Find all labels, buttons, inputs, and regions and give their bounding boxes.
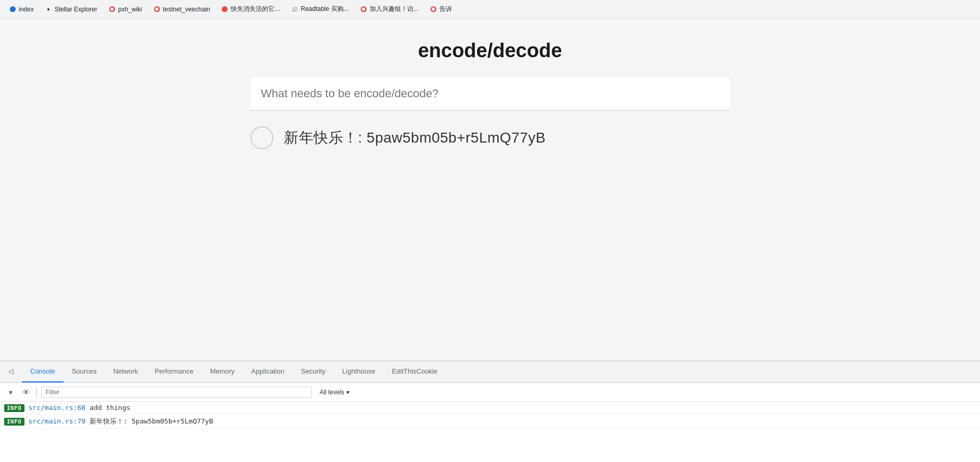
encode-input-container [250, 78, 730, 111]
bookmark-youku[interactable]: 🔴快失消失活的它... [216, 3, 284, 16]
console-line: INFO src/main.rs:79 新年快乐！: 5paw5bm05b+r5… [0, 415, 980, 429]
bookmark-testnet[interactable]: ⭕testnet_veechain [148, 3, 215, 16]
bookmarks-bar: 🔵index♦Stellar Explorer⭕pxh_wiki⭕testnet… [0, 0, 980, 19]
devtools-tab-application[interactable]: Application [243, 361, 293, 382]
info-badge: INFO [4, 418, 24, 426]
bookmark-index[interactable]: 🔵index [4, 3, 38, 16]
devtools-tab-editthiscookie[interactable]: EditThisCookie [384, 361, 446, 382]
bookmark-label: 快失消失活的它... [231, 5, 280, 14]
bookmark-more[interactable]: ⭕告诉 [425, 3, 456, 16]
console-message: add things [90, 404, 130, 412]
bookmark-icon: ⭕ [429, 5, 437, 14]
console-source-link[interactable]: src/main.rs:68 [29, 404, 86, 412]
devtools-tab-memory[interactable]: Memory [202, 361, 243, 382]
bookmark-label: Stellar Explorer [55, 6, 97, 13]
result-row: 新年快乐！: 5paw5bm05b+r5LmQ77yB [250, 121, 730, 155]
bookmark-icon: ⭕ [108, 5, 116, 14]
devtools-tab-performance[interactable]: Performance [146, 361, 202, 382]
bookmark-label: index [19, 6, 34, 13]
devtools-tab-network[interactable]: Network [105, 361, 146, 382]
devtools-tab-console[interactable]: Console [22, 361, 64, 382]
bookmark-icon: 🔴 [220, 5, 229, 14]
console-message: 新年快乐！: 5paw5bm05b+r5LmQ77yB [90, 417, 213, 426]
eye-icon-button[interactable]: 👁 [20, 386, 32, 399]
bookmark-join-group[interactable]: ⭕加入兴趣组！访... [355, 3, 423, 16]
devtools-tab-prev[interactable]: ◁ [0, 361, 22, 382]
devtools-tab-sources[interactable]: Sources [64, 361, 105, 382]
console-output: INFO src/main.rs:68 add things INFO src/… [0, 402, 980, 462]
bookmark-label: pxh_wiki [118, 6, 142, 13]
result-text: 新年快乐！: 5paw5bm05b+r5LmQ77yB [284, 128, 546, 148]
devtools-tabs: ◁ConsoleSourcesNetworkPerformanceMemoryA… [0, 361, 980, 383]
page-content: encode/decode 新年快乐！: 5paw5bm05b+r5LmQ77y… [0, 19, 980, 361]
bookmark-label: 加入兴趣组！访... [370, 5, 419, 14]
devtools-tab-security[interactable]: Security [293, 361, 334, 382]
bookmark-icon: 📰 [291, 5, 299, 14]
levels-chevron-icon: ▾ [346, 389, 349, 396]
info-badge: INFO [4, 404, 24, 412]
toolbar-divider: | [35, 387, 38, 397]
levels-toggle-button[interactable]: ▾ [4, 386, 17, 399]
devtools-panel: ◁ConsoleSourcesNetworkPerformanceMemoryA… [0, 361, 980, 462]
devtools-toolbar: ▾ 👁 | All levels ▾ [0, 383, 980, 402]
bookmark-icon: ♦ [44, 5, 53, 14]
bookmark-icon: ⭕ [153, 5, 161, 14]
devtools-tab-lighthouse[interactable]: Lighthouse [334, 361, 384, 382]
page-title: encode/decode [418, 40, 562, 62]
bookmark-pxh-wiki[interactable]: ⭕pxh_wiki [104, 3, 146, 16]
bookmark-icon: ⭕ [359, 5, 368, 14]
bookmark-readable[interactable]: 📰Readtable 买购... [286, 3, 353, 16]
bookmark-label: testnet_veechain [163, 6, 210, 13]
levels-label: All levels [320, 389, 344, 396]
result-circle [250, 126, 273, 149]
bookmark-stellar[interactable]: ♦Stellar Explorer [40, 3, 102, 16]
bookmark-icon: 🔵 [8, 5, 17, 14]
bookmark-label: 告诉 [439, 5, 452, 14]
console-line: INFO src/main.rs:68 add things [0, 402, 980, 415]
bookmark-label: Readtable 买购... [301, 5, 349, 14]
encode-input[interactable] [250, 78, 730, 111]
console-source-link[interactable]: src/main.rs:79 [29, 417, 86, 425]
levels-dropdown[interactable]: All levels ▾ [315, 387, 354, 398]
filter-input[interactable] [41, 387, 312, 398]
